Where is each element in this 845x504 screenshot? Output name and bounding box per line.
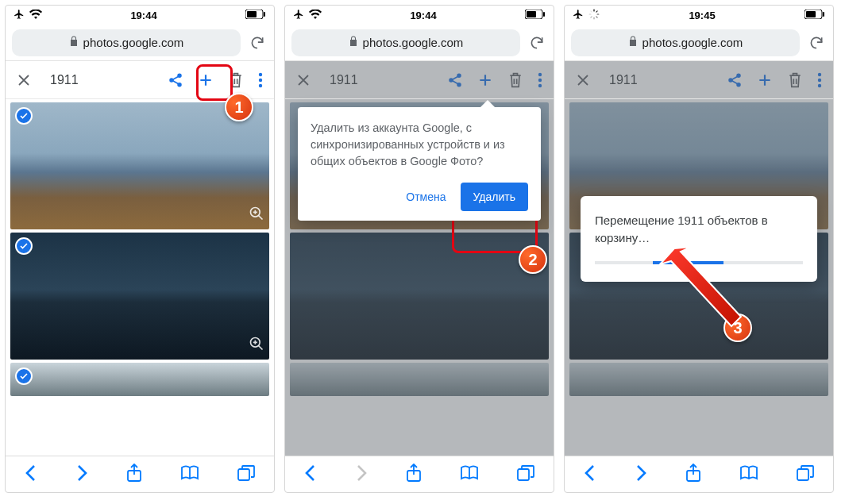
delete-button[interactable]: Удалить [461, 183, 528, 211]
airplane-icon [14, 9, 25, 22]
url-field[interactable]: photos.google.com [12, 29, 241, 56]
back-icon[interactable] [304, 464, 317, 485]
more-icon[interactable] [258, 72, 263, 88]
trash-icon [507, 71, 523, 89]
popover-text: Удалить из аккаунта Google, с синхронизи… [311, 120, 528, 170]
battery-icon [804, 10, 825, 21]
url-field[interactable]: photos.google.com [291, 29, 520, 56]
progress-fill [653, 261, 723, 264]
selection-count: 1911 [330, 73, 358, 87]
progress-text: Перемещение 1911 объектов в корзину… [595, 212, 803, 247]
bookmarks-icon[interactable] [739, 465, 758, 484]
url-field[interactable]: photos.google.com [571, 29, 800, 56]
photo-thumbnail[interactable] [10, 363, 269, 396]
svg-rect-33 [806, 11, 816, 17]
back-icon[interactable] [25, 464, 37, 485]
phone-screen-1: 19:44 photos.google.com 1911 [5, 5, 275, 493]
ios-status-bar: 19:44 [6, 6, 274, 25]
svg-rect-12 [238, 469, 249, 480]
tabs-icon[interactable] [797, 465, 814, 484]
reload-button[interactable] [527, 35, 547, 51]
close-icon[interactable] [17, 73, 31, 87]
tabs-icon[interactable] [517, 465, 534, 484]
phone-screen-2: 19:44 photos.google.com 1911 [284, 5, 554, 493]
tabs-icon[interactable] [237, 465, 255, 484]
plus-icon [477, 72, 493, 88]
photo-thumbnail [290, 363, 549, 396]
selection-toolbar: 1911 [285, 61, 554, 99]
svg-point-36 [737, 74, 740, 77]
wifi-icon [29, 10, 42, 21]
more-icon [538, 72, 542, 88]
svg-point-4 [178, 74, 181, 77]
more-icon [817, 72, 822, 88]
svg-rect-2 [264, 12, 265, 17]
safari-address-bar: photos.google.com [285, 25, 554, 61]
forward-icon[interactable] [75, 464, 88, 485]
status-time: 19:44 [42, 10, 245, 21]
step-badge-1: 1 [225, 93, 253, 121]
svg-rect-27 [596, 16, 598, 18]
svg-point-38 [818, 72, 821, 75]
svg-rect-28 [593, 17, 594, 19]
svg-rect-29 [590, 16, 592, 18]
selection-count: 1911 [609, 73, 638, 87]
lock-icon [69, 36, 79, 49]
step-badge-2: 2 [519, 245, 547, 274]
share-up-icon[interactable] [685, 464, 701, 486]
bookmarks-icon[interactable] [460, 465, 479, 484]
progress-card: Перемещение 1911 объектов в корзину… [581, 196, 817, 282]
svg-rect-31 [590, 10, 592, 13]
selected-check-icon[interactable] [15, 367, 33, 385]
svg-point-17 [457, 74, 461, 77]
wifi-icon [309, 10, 322, 21]
cancel-button[interactable]: Отмена [406, 189, 446, 205]
svg-point-37 [737, 83, 740, 86]
share-up-icon[interactable] [126, 464, 142, 486]
safari-address-bar: photos.google.com [565, 25, 833, 61]
svg-rect-1 [247, 11, 257, 17]
zoom-icon[interactable] [249, 336, 264, 355]
step-badge-3: 3 [723, 314, 752, 342]
battery-icon [245, 10, 266, 21]
share-icon [447, 72, 463, 88]
svg-rect-15 [543, 12, 545, 17]
lock-icon [349, 36, 358, 49]
selected-check-icon[interactable] [15, 107, 33, 125]
svg-rect-25 [596, 10, 598, 13]
selection-toolbar: 1911 [565, 61, 833, 99]
reload-button[interactable] [247, 35, 268, 51]
photo-thumbnail[interactable] [10, 233, 269, 360]
svg-point-21 [538, 83, 542, 87]
selected-check-icon[interactable] [15, 237, 33, 255]
svg-point-16 [450, 79, 453, 82]
airplane-icon [573, 9, 584, 22]
plus-icon [757, 72, 773, 88]
trash-icon [787, 71, 803, 89]
zoom-icon[interactable] [249, 206, 264, 225]
ios-status-bar: 19:44 [285, 6, 554, 25]
share-up-icon[interactable] [406, 464, 422, 486]
share-icon[interactable] [168, 72, 183, 88]
url-text: photos.google.com [642, 36, 743, 49]
photo-thumbnail[interactable] [10, 102, 269, 229]
safari-bottom-bar [565, 456, 833, 492]
lock-icon [628, 36, 638, 49]
close-icon [576, 73, 590, 87]
reload-button[interactable] [806, 35, 827, 51]
progress-bar [595, 261, 803, 264]
ios-status-bar: 19:45 [565, 6, 833, 25]
forward-icon[interactable] [635, 464, 647, 485]
svg-rect-26 [597, 13, 600, 14]
svg-rect-14 [527, 11, 536, 17]
svg-rect-34 [823, 12, 824, 17]
svg-point-3 [170, 79, 173, 82]
url-text: photos.google.com [83, 36, 184, 49]
back-icon[interactable] [584, 464, 596, 485]
bookmarks-icon[interactable] [180, 465, 199, 484]
close-icon [296, 73, 311, 87]
safari-address-bar: photos.google.com [6, 25, 274, 61]
url-text: photos.google.com [363, 36, 464, 49]
tutorial-stage: 19:44 photos.google.com 1911 [0, 0, 845, 498]
svg-point-39 [818, 78, 821, 81]
